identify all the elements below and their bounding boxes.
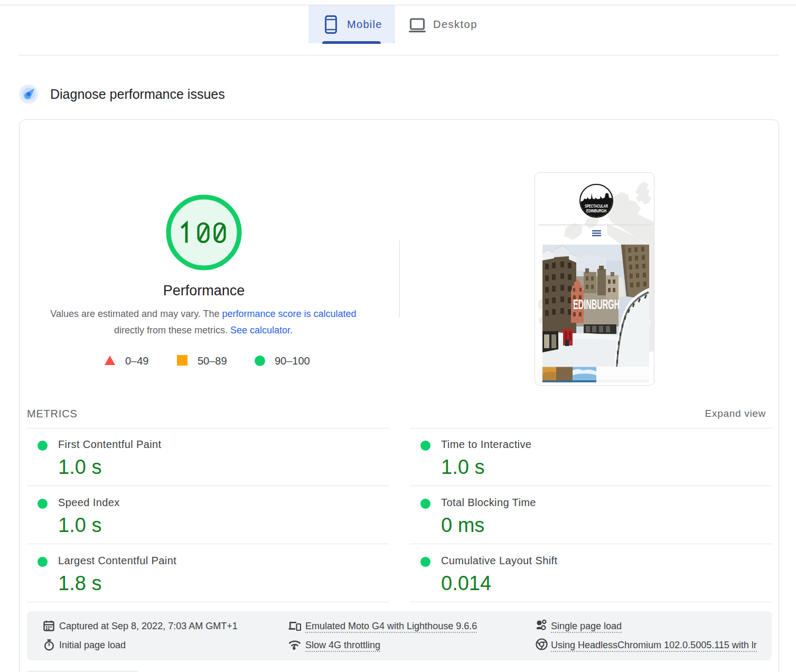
svg-text:EDINBURGH: EDINBURGH: [573, 296, 620, 312]
svg-text:SPECTACULAR: SPECTACULAR: [585, 204, 608, 209]
svg-text:EDINBURGH: EDINBURGH: [586, 209, 606, 213]
